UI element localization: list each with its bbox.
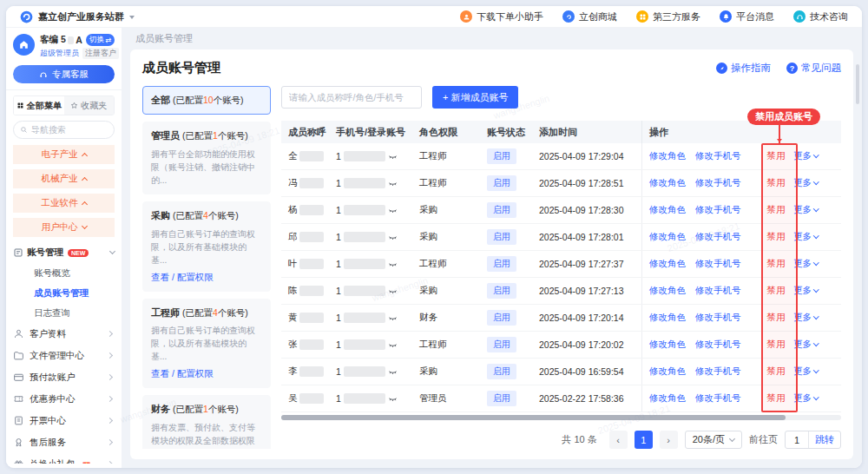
edit-phone-link[interactable]: 修改手机号 — [695, 285, 759, 297]
horizontal-scrollbar[interactable] — [281, 415, 841, 420]
user-role-tag: 超级管理员 — [40, 48, 79, 59]
eye-off-icon[interactable] — [388, 206, 398, 215]
page-1-button[interactable]: 1 — [635, 431, 653, 449]
topnav-support[interactable]: 技术咨询 — [793, 10, 848, 23]
topnav-mall[interactable]: 立创商城 — [562, 10, 617, 23]
view-permission-link[interactable]: 查看 — [151, 272, 169, 282]
member-search-input[interactable] — [281, 86, 422, 109]
disable-link[interactable]: 禁用 — [759, 231, 793, 243]
prev-page-button[interactable]: ‹ — [609, 431, 628, 449]
edit-role-link[interactable]: 修改角色 — [649, 258, 695, 270]
edit-phone-link[interactable]: 修改手机号 — [695, 231, 759, 243]
sidebar-category-user-center[interactable]: 用户中心 — [13, 218, 115, 237]
nav-search-input[interactable] — [31, 125, 108, 135]
eye-off-icon[interactable] — [388, 152, 398, 161]
topnav-message[interactable]: 平台消息 — [720, 10, 774, 23]
tab-favorites[interactable]: 收藏夹 — [64, 96, 115, 115]
disable-link[interactable]: 禁用 — [759, 258, 793, 270]
config-permission-link[interactable]: 配置权限 — [177, 368, 214, 379]
disable-link[interactable]: 禁用 — [759, 285, 793, 297]
more-dropdown[interactable]: 更多 — [793, 231, 833, 243]
eye-off-icon[interactable] — [388, 313, 398, 323]
eye-off-icon[interactable] — [388, 394, 398, 404]
role-card-finance[interactable]: 财务 (已配置1个账号) 拥有发票、预付款、支付等模块的权限及全部数据权限 查看… — [142, 395, 271, 449]
role-card-engineer[interactable]: 工程师 (已配置4个账号) 拥有自己账号订单的查询权限，以及所有基础模块的基..… — [142, 299, 271, 389]
faq-link[interactable]: ? 常见问题 — [786, 62, 841, 75]
disable-link[interactable]: 禁用 — [759, 204, 793, 216]
role-card-all[interactable]: 全部 (已配置10个账号) — [142, 86, 271, 115]
sidebar-subitem-account-overview[interactable]: 账号概览 — [34, 263, 115, 283]
view-permission-link[interactable]: 查看 — [151, 368, 169, 379]
edit-role-link[interactable]: 修改角色 — [649, 392, 695, 405]
edit-phone-link[interactable]: 修改手机号 — [695, 258, 759, 270]
sidebar-link-folder[interactable]: 文件管理中心 — [13, 345, 115, 366]
sidebar-category-industrial-software[interactable]: 工业软件 — [13, 194, 115, 213]
disable-link[interactable]: 禁用 — [759, 392, 793, 405]
disable-link[interactable]: 禁用 — [759, 150, 793, 162]
more-dropdown[interactable]: 更多 — [793, 339, 833, 351]
more-dropdown[interactable]: 更多 — [793, 392, 833, 405]
tab-all-menu[interactable]: 全部菜单 — [14, 96, 64, 115]
eye-off-icon[interactable] — [388, 233, 398, 242]
eye-off-icon[interactable] — [388, 179, 398, 188]
sidebar-subitem-log-query[interactable]: 日志查询 — [34, 303, 115, 323]
disable-link[interactable]: 禁用 — [759, 177, 793, 189]
redacted-name — [299, 286, 324, 296]
edit-role-link[interactable]: 修改角色 — [649, 285, 695, 297]
edit-phone-link[interactable]: 修改手机号 — [695, 204, 759, 216]
sidebar-link-coupon[interactable]: 优惠券中心 — [13, 388, 115, 410]
more-dropdown[interactable]: 更多 — [793, 177, 833, 189]
edit-role-link[interactable]: 修改角色 — [649, 177, 695, 189]
vertical-scrollbar[interactable] — [856, 64, 859, 104]
more-dropdown[interactable]: 更多 — [793, 258, 833, 270]
edit-role-link[interactable]: 修改角色 — [649, 231, 695, 243]
sidebar-link-wallet[interactable]: 预付款账户 — [13, 366, 115, 388]
disable-link[interactable]: 禁用 — [759, 312, 793, 324]
goto-page-input[interactable] — [786, 435, 808, 445]
sidebar-subitem-member-account-management[interactable]: 成员账号管理 — [34, 283, 115, 303]
edit-phone-link[interactable]: 修改手机号 — [695, 339, 759, 351]
disable-link[interactable]: 禁用 — [759, 339, 793, 351]
edit-role-link[interactable]: 修改角色 — [649, 150, 695, 162]
eye-off-icon[interactable] — [388, 286, 398, 296]
edit-phone-link[interactable]: 修改手机号 — [695, 392, 759, 405]
next-page-button[interactable]: › — [660, 431, 678, 449]
sidebar-link-aftersale[interactable]: 售后服务 — [13, 431, 115, 453]
eye-off-icon[interactable] — [388, 260, 398, 269]
config-permission-link[interactable]: 配置权限 — [177, 272, 214, 282]
edit-role-link[interactable]: 修改角色 — [649, 365, 695, 378]
edit-role-link[interactable]: 修改角色 — [649, 312, 695, 324]
eye-off-icon[interactable] — [388, 367, 398, 377]
page-size-select[interactable]: 20条/页 — [685, 431, 742, 449]
sidebar-link-user[interactable]: 客户资料 — [13, 323, 115, 345]
more-dropdown[interactable]: 更多 — [793, 312, 833, 324]
edit-phone-link[interactable]: 修改手机号 — [695, 312, 759, 324]
topnav-assistant[interactable]: 下载下单小助手 — [460, 10, 543, 23]
edit-role-link[interactable]: 修改角色 — [649, 339, 695, 351]
sidebar-category-machinery[interactable]: 机械产业 — [13, 169, 115, 188]
edit-role-link[interactable]: 修改角色 — [649, 204, 695, 216]
eye-off-icon[interactable] — [388, 340, 398, 350]
role-card-purchase[interactable]: 采购 (已配置4个账号) 拥有自己账号订单的查询权限，以及所有基础模块的基...… — [142, 201, 271, 292]
brand[interactable]: 嘉立创产业服务站群 — [20, 10, 135, 23]
edit-phone-link[interactable]: 修改手机号 — [695, 365, 759, 378]
sidebar-link-invoice[interactable]: 开票中心 — [13, 410, 115, 431]
scrollbar-thumb[interactable] — [281, 415, 786, 420]
switch-account-button[interactable]: 切换⇄ — [86, 34, 115, 46]
sidebar-link-gift[interactable]: 兑换小礼包 — [13, 453, 115, 464]
guide-link[interactable]: 操作指南 — [716, 62, 771, 75]
sidebar-category-electronics[interactable]: 电子产业 — [13, 145, 115, 164]
more-dropdown[interactable]: 更多 — [793, 365, 833, 378]
disable-link[interactable]: 禁用 — [759, 365, 793, 378]
topnav-services[interactable]: 第三方服务 — [636, 10, 700, 23]
more-dropdown[interactable]: 更多 — [793, 204, 833, 216]
add-member-button[interactable]: + 新增成员账号 — [432, 86, 518, 109]
goto-button[interactable]: 跳转 — [808, 431, 840, 448]
dedicated-service-button[interactable]: 专属客服 — [13, 65, 115, 83]
sidebar-item-account-management[interactable]: 账号管理 NEW — [13, 242, 115, 263]
role-card-admin[interactable]: 管理员 (已配置1个账号) 拥有平台全部功能的使用权限（账号注销、撤销注销中的.… — [142, 122, 271, 194]
edit-phone-link[interactable]: 修改手机号 — [695, 177, 759, 189]
more-dropdown[interactable]: 更多 — [793, 285, 833, 297]
more-dropdown[interactable]: 更多 — [793, 150, 833, 162]
edit-phone-link[interactable]: 修改手机号 — [695, 150, 759, 162]
